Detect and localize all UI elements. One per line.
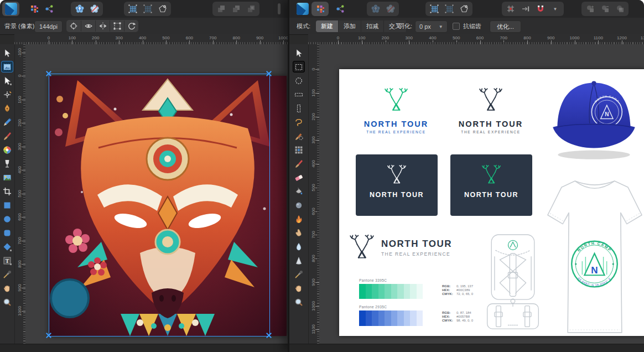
zoom-tool[interactable]: [1, 296, 13, 308]
flood-select-tool[interactable]: [293, 144, 305, 156]
move-tool[interactable]: [293, 47, 305, 59]
antialias-option[interactable]: 抗锯齿: [453, 18, 481, 34]
ctx-bounds-button[interactable]: [110, 20, 124, 32]
antialias-checkbox[interactable]: [453, 23, 460, 30]
assistant-off-button[interactable]: [383, 2, 398, 15]
selection-handle-topleft[interactable]: [46, 71, 51, 76]
horizontal-ruler[interactable]: 0100200300400500600700800900100011001200…: [308, 34, 644, 45]
selection-handle-bottomleft[interactable]: [46, 333, 51, 338]
selection-handle-bottomright[interactable]: [266, 333, 272, 338]
sharpen-tool[interactable]: [293, 255, 305, 266]
color-wheel-tool[interactable]: [1, 144, 13, 156]
logo-horizontal-lockup[interactable]: NORTH TOUR THE REAL EXPERIENCE: [349, 233, 452, 262]
pixel-persona-button[interactable]: [313, 2, 328, 15]
grid-button[interactable]: [125, 2, 140, 15]
pixel-persona-button[interactable]: [27, 2, 41, 15]
crop-tool[interactable]: [1, 185, 13, 197]
arrange-mid-button[interactable]: [228, 2, 243, 15]
top-toolbar: ▼: [289, 0, 644, 18]
vertical-ruler[interactable]: -10001002003004005006007008009001000: [14, 44, 26, 344]
optimize-button[interactable]: 优化...: [490, 20, 521, 33]
color-picker-tool[interactable]: [293, 268, 305, 280]
horizontal-ruler[interactable]: 01002003004005006007008009001000: [14, 34, 288, 45]
feather-dropdown[interactable]: 0 px ▼: [415, 20, 448, 33]
ctx-center-button[interactable]: [66, 20, 81, 32]
grid-dim-button[interactable]: [140, 2, 155, 15]
eraser-tool[interactable]: [293, 172, 305, 183]
color-picker-tool[interactable]: [1, 268, 13, 280]
brand-artboard[interactable]: NORTH TOUR THE REAL EXPERIENCE NORTH TOU…: [339, 69, 644, 336]
assistant-off-button[interactable]: [87, 2, 102, 15]
assistant-button[interactable]: [368, 2, 383, 15]
snap-grid-button[interactable]: [503, 2, 518, 15]
mode-segment-扣减[interactable]: 扣减: [361, 20, 384, 32]
move-tool[interactable]: [1, 47, 13, 59]
cap-mockup[interactable]: N NORTH CAMP: [545, 70, 643, 163]
view-hand-tool[interactable]: [1, 282, 13, 294]
blur-tool[interactable]: [293, 241, 305, 252]
transparency-tool[interactable]: [1, 158, 13, 169]
burn-tool[interactable]: [293, 213, 305, 225]
vector-brush-tool[interactable]: [1, 130, 13, 142]
ellipse-tool[interactable]: [1, 213, 13, 225]
logo-primary[interactable]: NORTH TOUR THE REAL EXPERIENCE: [355, 85, 438, 134]
pen-tool[interactable]: [1, 102, 13, 114]
grid-shape-button[interactable]: [456, 2, 471, 15]
tshirt-mockup[interactable]: N NORTH CAMP 69.6492° N 18.9553° E: [543, 172, 644, 336]
flood-fill-tool[interactable]: [293, 185, 305, 197]
mode-segment-添加[interactable]: 添加: [339, 20, 361, 32]
arrange-front-button[interactable]: [243, 2, 258, 15]
point-transform-tool[interactable]: [1, 89, 13, 100]
canvas-right[interactable]: NORTH TOUR THE REAL EXPERIENCE NORTH TOU…: [319, 44, 644, 344]
selection-handle-topright[interactable]: [266, 71, 272, 76]
smudge-tool[interactable]: [293, 227, 305, 239]
bool-intersect-button[interactable]: [612, 2, 627, 15]
pencil-tool[interactable]: [1, 116, 13, 128]
vertical-ruler[interactable]: 010020030040050060070080090010001100: [308, 44, 320, 344]
fox-artwork[interactable]: [49, 76, 287, 336]
backpack-mockup[interactable]: [484, 231, 542, 334]
zoom-tool[interactable]: [293, 296, 305, 308]
shape-tool[interactable]: [1, 241, 13, 252]
snap-move-button[interactable]: [518, 2, 533, 15]
logo-card-green[interactable]: NORTH TOUR: [450, 154, 532, 216]
logo-dark[interactable]: NORTH TOUR THE REAL EXPERIENCE: [449, 85, 532, 134]
logo-card-white[interactable]: NORTH TOUR: [356, 154, 438, 216]
rounded-rectangle-tool[interactable]: [1, 227, 13, 239]
affinity-logo-button[interactable]: [3, 2, 18, 15]
grid-shape-button[interactable]: [155, 2, 170, 15]
grid-dim-button[interactable]: [442, 2, 456, 15]
bool-subtract-button[interactable]: [598, 2, 612, 15]
bool-add-button[interactable]: [583, 2, 598, 15]
dpi-value[interactable]: 144dpi: [34, 20, 63, 33]
rectangular-marquee-tool[interactable]: [293, 61, 305, 73]
ctx-eye-button[interactable]: [81, 20, 95, 32]
row-marquee-tool[interactable]: [293, 89, 305, 100]
column-marquee-tool[interactable]: [293, 102, 305, 114]
ctx-cycle-button[interactable]: [124, 20, 138, 32]
view-hand-tool[interactable]: [293, 282, 305, 294]
freehand-lasso-tool[interactable]: [293, 116, 305, 128]
elliptical-marquee-tool[interactable]: [293, 75, 305, 86]
canvas-left[interactable]: [25, 44, 288, 344]
selection-brush-tool[interactable]: [293, 130, 305, 142]
export-persona-button[interactable]: [333, 2, 347, 15]
ctx-flip-button[interactable]: [95, 20, 110, 32]
mode-segment-新建[interactable]: 新建: [316, 20, 339, 32]
ruler-label: 400: [429, 35, 436, 40]
magnet-button[interactable]: [533, 2, 548, 15]
arrange-back-button[interactable]: [214, 2, 228, 15]
node-tool[interactable]: [1, 75, 13, 86]
rectangle-tool[interactable]: [1, 199, 13, 211]
ruler-label: 800: [233, 35, 240, 40]
caret-button[interactable]: ▼: [548, 2, 563, 15]
frame-tool[interactable]: [1, 61, 13, 73]
export-persona-button[interactable]: [41, 2, 56, 15]
text-tool[interactable]: T: [1, 255, 13, 266]
assistant-button[interactable]: [72, 2, 87, 15]
blur-lens-tool[interactable]: [293, 199, 305, 211]
place-image-tool[interactable]: [1, 172, 13, 183]
affinity-logo-button[interactable]: [295, 2, 310, 15]
grid-button[interactable]: [427, 2, 442, 15]
paint-brush-tool[interactable]: [293, 158, 305, 169]
